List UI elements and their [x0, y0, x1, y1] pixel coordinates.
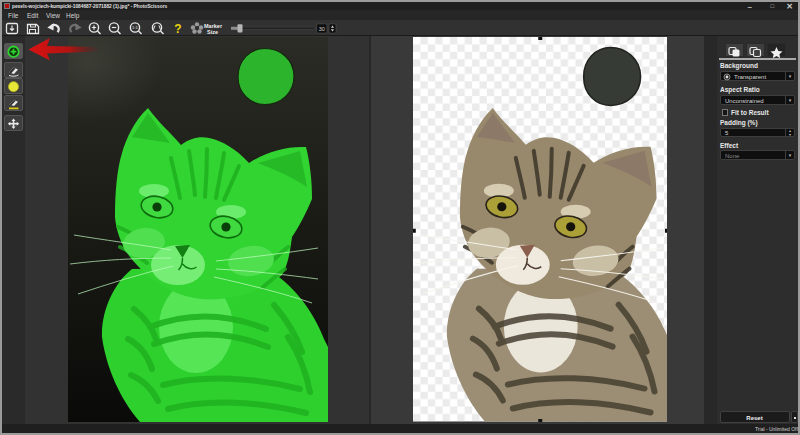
svg-text:Size: Size [207, 29, 218, 35]
svg-text:?: ? [174, 22, 181, 36]
svg-text:1:1: 1:1 [132, 25, 138, 30]
svg-text:30: 30 [319, 26, 325, 32]
